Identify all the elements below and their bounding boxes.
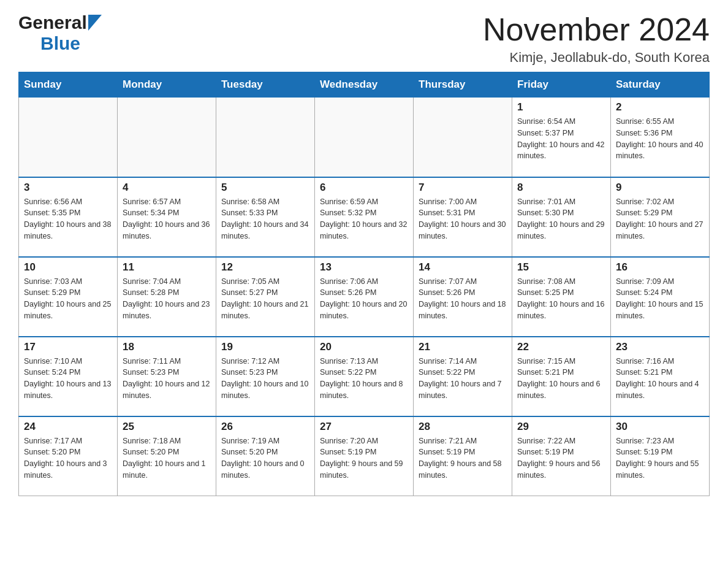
day-number: 5 (221, 182, 309, 194)
calendar-cell: 24Sunrise: 7:17 AMSunset: 5:20 PMDayligh… (19, 416, 118, 496)
svg-marker-0 (88, 15, 102, 31)
day-number: 11 (123, 261, 211, 274)
calendar-cell: 4Sunrise: 6:57 AMSunset: 5:34 PMDaylight… (118, 177, 216, 257)
calendar-week-row: 17Sunrise: 7:10 AMSunset: 5:24 PMDayligh… (19, 337, 710, 416)
day-info: Sunrise: 7:23 AMSunset: 5:19 PMDaylight:… (616, 435, 704, 481)
logo-general-text: General (18, 12, 87, 33)
calendar-header-monday: Monday (118, 72, 216, 98)
day-number: 29 (517, 421, 605, 433)
day-info: Sunrise: 7:05 AMSunset: 5:27 PMDaylight:… (221, 276, 309, 322)
day-number: 17 (24, 341, 112, 353)
calendar-cell (414, 98, 512, 177)
day-number: 30 (616, 421, 704, 433)
day-info: Sunrise: 7:04 AMSunset: 5:28 PMDaylight:… (123, 276, 211, 322)
logo-blue-text: Blue (40, 33, 80, 53)
calendar-cell: 18Sunrise: 7:11 AMSunset: 5:23 PMDayligh… (118, 337, 216, 416)
calendar-cell: 6Sunrise: 6:59 AMSunset: 5:32 PMDaylight… (315, 177, 414, 257)
calendar-week-row: 10Sunrise: 7:03 AMSunset: 5:29 PMDayligh… (19, 257, 710, 337)
calendar-cell: 2Sunrise: 6:55 AMSunset: 5:36 PMDaylight… (611, 98, 710, 177)
calendar-cell: 7Sunrise: 7:00 AMSunset: 5:31 PMDaylight… (414, 177, 512, 257)
day-number: 4 (123, 182, 211, 194)
day-info: Sunrise: 7:17 AMSunset: 5:20 PMDaylight:… (24, 435, 112, 481)
day-info: Sunrise: 7:20 AMSunset: 5:19 PMDaylight:… (320, 435, 408, 481)
day-number: 15 (517, 261, 605, 274)
day-info: Sunrise: 7:15 AMSunset: 5:21 PMDaylight:… (517, 356, 605, 402)
day-info: Sunrise: 6:59 AMSunset: 5:32 PMDaylight:… (320, 196, 408, 242)
calendar-cell: 29Sunrise: 7:22 AMSunset: 5:19 PMDayligh… (512, 416, 611, 496)
day-number: 23 (616, 341, 704, 353)
calendar-cell: 30Sunrise: 7:23 AMSunset: 5:19 PMDayligh… (611, 416, 710, 496)
day-number: 19 (221, 341, 309, 353)
day-info: Sunrise: 7:21 AMSunset: 5:19 PMDaylight:… (419, 435, 507, 481)
day-info: Sunrise: 6:55 AMSunset: 5:36 PMDaylight:… (616, 116, 704, 162)
calendar-cell: 27Sunrise: 7:20 AMSunset: 5:19 PMDayligh… (315, 416, 414, 496)
calendar-header-friday: Friday (512, 72, 611, 98)
calendar-header-row: SundayMondayTuesdayWednesdayThursdayFrid… (19, 72, 710, 98)
day-number: 24 (24, 421, 112, 433)
calendar-cell (315, 98, 414, 177)
day-number: 14 (419, 261, 507, 274)
day-info: Sunrise: 7:10 AMSunset: 5:24 PMDaylight:… (24, 356, 112, 402)
calendar-header-wednesday: Wednesday (315, 72, 414, 98)
day-info: Sunrise: 7:13 AMSunset: 5:22 PMDaylight:… (320, 356, 408, 402)
day-number: 25 (123, 421, 211, 433)
logo: General Blue (18, 12, 102, 54)
day-number: 26 (221, 421, 309, 433)
calendar-cell: 5Sunrise: 6:58 AMSunset: 5:33 PMDaylight… (216, 177, 315, 257)
calendar-cell: 13Sunrise: 7:06 AMSunset: 5:26 PMDayligh… (315, 257, 414, 337)
calendar-cell: 10Sunrise: 7:03 AMSunset: 5:29 PMDayligh… (19, 257, 118, 337)
calendar-cell: 14Sunrise: 7:07 AMSunset: 5:26 PMDayligh… (414, 257, 512, 337)
day-number: 22 (517, 341, 605, 353)
calendar-cell: 19Sunrise: 7:12 AMSunset: 5:23 PMDayligh… (216, 337, 315, 416)
calendar-header-thursday: Thursday (414, 72, 512, 98)
day-info: Sunrise: 7:12 AMSunset: 5:23 PMDaylight:… (221, 356, 309, 402)
day-info: Sunrise: 7:08 AMSunset: 5:25 PMDaylight:… (517, 276, 605, 322)
calendar-cell: 25Sunrise: 7:18 AMSunset: 5:20 PMDayligh… (118, 416, 216, 496)
day-info: Sunrise: 7:22 AMSunset: 5:19 PMDaylight:… (517, 435, 605, 481)
logo-arrow-icon (88, 15, 102, 31)
calendar-cell (118, 98, 216, 177)
calendar-cell: 8Sunrise: 7:01 AMSunset: 5:30 PMDaylight… (512, 177, 611, 257)
calendar-cell: 21Sunrise: 7:14 AMSunset: 5:22 PMDayligh… (414, 337, 512, 416)
day-info: Sunrise: 7:18 AMSunset: 5:20 PMDaylight:… (123, 435, 211, 481)
calendar-header-sunday: Sunday (19, 72, 118, 98)
calendar-cell: 12Sunrise: 7:05 AMSunset: 5:27 PMDayligh… (216, 257, 315, 337)
day-info: Sunrise: 7:19 AMSunset: 5:20 PMDaylight:… (221, 435, 309, 481)
day-number: 12 (221, 261, 309, 274)
day-number: 7 (419, 182, 507, 194)
day-number: 2 (616, 101, 704, 113)
location-title: Kimje, Jeollabuk-do, South Korea (483, 50, 710, 66)
day-number: 18 (123, 341, 211, 353)
day-number: 9 (616, 182, 704, 194)
day-info: Sunrise: 6:57 AMSunset: 5:34 PMDaylight:… (123, 196, 211, 242)
title-area: November 2024 Kimje, Jeollabuk-do, South… (483, 12, 710, 66)
calendar-cell: 28Sunrise: 7:21 AMSunset: 5:19 PMDayligh… (414, 416, 512, 496)
calendar-cell: 20Sunrise: 7:13 AMSunset: 5:22 PMDayligh… (315, 337, 414, 416)
calendar-cell: 1Sunrise: 6:54 AMSunset: 5:37 PMDaylight… (512, 98, 611, 177)
day-info: Sunrise: 7:07 AMSunset: 5:26 PMDaylight:… (419, 276, 507, 322)
calendar-week-row: 1Sunrise: 6:54 AMSunset: 5:37 PMDaylight… (19, 98, 710, 177)
day-number: 16 (616, 261, 704, 274)
day-number: 20 (320, 341, 408, 353)
calendar-header-saturday: Saturday (611, 72, 710, 98)
day-number: 28 (419, 421, 507, 433)
day-info: Sunrise: 7:16 AMSunset: 5:21 PMDaylight:… (616, 356, 704, 402)
calendar-week-row: 24Sunrise: 7:17 AMSunset: 5:20 PMDayligh… (19, 416, 710, 496)
day-info: Sunrise: 7:11 AMSunset: 5:23 PMDaylight:… (123, 356, 211, 402)
day-number: 8 (517, 182, 605, 194)
calendar-cell (19, 98, 118, 177)
day-info: Sunrise: 7:01 AMSunset: 5:30 PMDaylight:… (517, 196, 605, 242)
day-info: Sunrise: 7:03 AMSunset: 5:29 PMDaylight:… (24, 276, 112, 322)
day-info: Sunrise: 6:56 AMSunset: 5:35 PMDaylight:… (24, 196, 112, 242)
calendar-table: SundayMondayTuesdayWednesdayThursdayFrid… (18, 72, 710, 496)
calendar-cell: 16Sunrise: 7:09 AMSunset: 5:24 PMDayligh… (611, 257, 710, 337)
calendar-week-row: 3Sunrise: 6:56 AMSunset: 5:35 PMDaylight… (19, 177, 710, 257)
calendar-cell: 11Sunrise: 7:04 AMSunset: 5:28 PMDayligh… (118, 257, 216, 337)
day-number: 21 (419, 341, 507, 353)
day-number: 27 (320, 421, 408, 433)
page-header: General Blue November 2024 Kimje, Jeolla… (18, 12, 710, 66)
day-number: 6 (320, 182, 408, 194)
calendar-cell: 9Sunrise: 7:02 AMSunset: 5:29 PMDaylight… (611, 177, 710, 257)
day-info: Sunrise: 7:14 AMSunset: 5:22 PMDaylight:… (419, 356, 507, 402)
calendar-cell: 23Sunrise: 7:16 AMSunset: 5:21 PMDayligh… (611, 337, 710, 416)
